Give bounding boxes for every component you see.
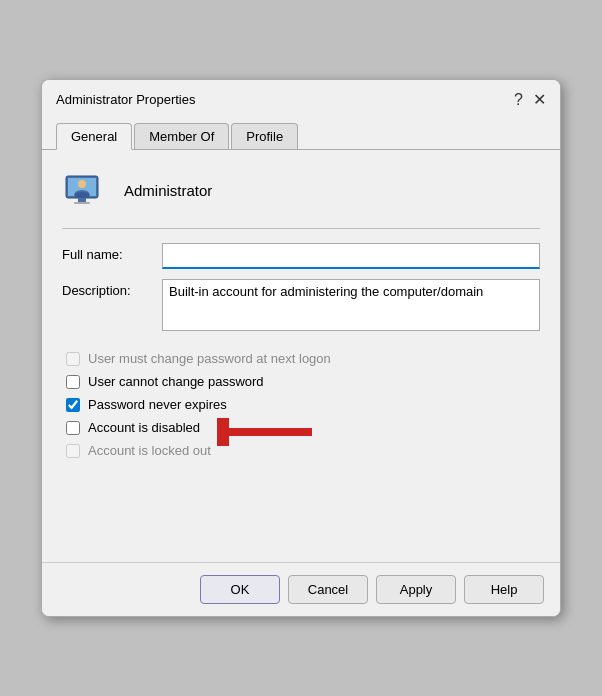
checkbox-cannot-change-label: User cannot change password	[88, 374, 264, 389]
fullname-row: Full name:	[62, 243, 540, 269]
checkbox-never-expires-label: Password never expires	[88, 397, 227, 412]
account-disabled-arrow	[217, 418, 317, 446]
checkbox-account-disabled-label: Account is disabled	[88, 420, 200, 435]
svg-rect-4	[74, 202, 90, 204]
checkbox-row-account-disabled: Account is disabled	[62, 420, 540, 435]
tab-profile[interactable]: Profile	[231, 123, 298, 149]
tab-member-of[interactable]: Member Of	[134, 123, 229, 149]
checkbox-row-cannot-change: User cannot change password	[62, 374, 540, 389]
checkbox-account-disabled[interactable]	[66, 421, 80, 435]
description-input[interactable]: Built-in account for administering the c…	[162, 279, 540, 331]
help-dialog-button[interactable]: Help	[464, 575, 544, 604]
user-header: Administrator	[62, 166, 540, 229]
user-name-label: Administrator	[124, 182, 212, 199]
dialog-administrator-properties: Administrator Properties ? ✕ General Mem…	[41, 79, 561, 617]
checkbox-password-never-expires[interactable]	[66, 398, 80, 412]
title-bar: Administrator Properties ? ✕	[42, 80, 560, 115]
svg-point-2	[78, 180, 86, 188]
checkbox-must-change-label: User must change password at next logon	[88, 351, 331, 366]
close-button[interactable]: ✕	[533, 90, 546, 109]
checkbox-must-change-password[interactable]	[66, 352, 80, 366]
fullname-input[interactable]	[162, 243, 540, 269]
fullname-label: Full name:	[62, 243, 162, 262]
svg-rect-3	[78, 198, 86, 202]
tab-content-general: Administrator Full name: Description: Bu…	[42, 149, 560, 562]
checkbox-account-locked-out[interactable]	[66, 444, 80, 458]
apply-button[interactable]: Apply	[376, 575, 456, 604]
ok-button[interactable]: OK	[200, 575, 280, 604]
checkbox-row-must-change: User must change password at next logon	[62, 351, 540, 366]
description-row: Description: Built-in account for admini…	[62, 279, 540, 331]
title-bar-controls: ? ✕	[514, 90, 546, 109]
checkbox-cannot-change-password[interactable]	[66, 375, 80, 389]
button-bar: OK Cancel Apply Help	[42, 562, 560, 616]
checkbox-locked-out-label: Account is locked out	[88, 443, 211, 458]
tab-general[interactable]: General	[56, 123, 132, 150]
dialog-title: Administrator Properties	[56, 92, 195, 107]
checkbox-row-never-expires: Password never expires	[62, 397, 540, 412]
description-label: Description:	[62, 279, 162, 298]
cancel-button[interactable]: Cancel	[288, 575, 368, 604]
user-avatar-icon	[62, 166, 110, 214]
tab-bar: General Member Of Profile	[42, 115, 560, 149]
help-button[interactable]: ?	[514, 91, 523, 109]
